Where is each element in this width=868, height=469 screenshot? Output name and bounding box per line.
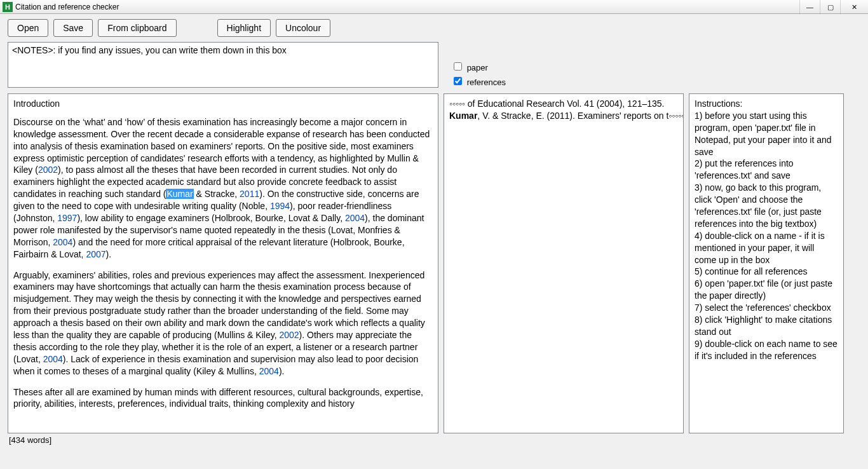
save-button[interactable]: Save — [53, 19, 93, 37]
paper-checkbox-text: paper — [467, 63, 488, 72]
window-controls: — ▢ ✕ — [799, 0, 868, 14]
citation-year: 2004 — [259, 366, 279, 376]
open-button[interactable]: Open — [8, 19, 48, 37]
instruction-item: 9) double-click on each name to see if i… — [695, 338, 838, 362]
instruction-item: 6) open 'paper.txt' file (or just paste … — [695, 278, 838, 302]
window-title: Citation and reference checker — [15, 3, 119, 11]
titlebar: H Citation and reference checker — ▢ ✕ — [0, 0, 868, 14]
instruction-item: 1) before you start using this program, … — [695, 110, 838, 158]
citation-year: 2004 — [43, 354, 63, 364]
toolbar: Open Save From clipboard Highlight Uncol… — [0, 14, 868, 42]
citation-year: 1994 — [270, 201, 290, 211]
minimize-button[interactable]: — — [799, 0, 820, 14]
maximize-button[interactable]: ▢ — [820, 0, 840, 14]
references-checkbox[interactable] — [454, 77, 462, 85]
word-count: [434 words] — [9, 435, 51, 445]
paper-paragraph-1: Discourse on the ‘what’ and ‘how’ of the… — [13, 116, 433, 261]
citation-year: 2004 — [345, 213, 365, 223]
instruction-item: 8) click 'Highlight' to make citations s… — [695, 314, 838, 338]
instruction-item: 3) now, go back to this program, click '… — [695, 182, 838, 230]
paper-checkbox-label[interactable]: paper — [451, 60, 506, 72]
statusbar: [434 words] — [0, 433, 868, 446]
from-clipboard-button[interactable]: From clipboard — [98, 19, 176, 37]
paper-heading: Introduction — [13, 98, 433, 110]
citation-year: 2004 — [53, 237, 72, 247]
references-checkbox-text: references — [467, 78, 506, 87]
reference-line: ◦◦◦◦◦ of Educational Research Vol. 41 (2… — [449, 98, 678, 110]
citation-year: 1997 — [57, 213, 77, 223]
instruction-item: 7) select the 'references' checkbox — [695, 302, 838, 314]
checkbox-group: paper references — [451, 60, 506, 90]
citation-year: 2007 — [86, 249, 105, 259]
reference-line: Kumar, V. & Stracke, E. (2011). Examiner… — [449, 110, 678, 122]
close-button[interactable]: ✕ — [840, 0, 868, 14]
app-icon: H — [3, 2, 13, 12]
references-panel[interactable]: ◦◦◦◦◦ of Educational Research Vol. 41 (2… — [444, 93, 684, 433]
highlight-button[interactable]: Highlight — [217, 19, 271, 37]
instruction-item: 2) put the references into 'references.t… — [695, 158, 838, 182]
instruction-item: 4) double-click on a name - if it is men… — [695, 230, 838, 266]
paper-checkbox[interactable] — [454, 62, 462, 71]
citation-year: 2002 — [279, 330, 299, 340]
citation-author-highlighted: Kumar — [166, 189, 193, 199]
paper-paragraph-3: Theses after all are examined by human m… — [13, 386, 433, 411]
paper-paragraph-2: Arguably, examiners' abilities, roles an… — [13, 269, 433, 377]
citation-year: 2002 — [38, 165, 58, 175]
notes-textarea[interactable] — [8, 42, 438, 88]
citation-year: 2011 — [240, 189, 259, 199]
uncolour-button[interactable]: Uncolour — [276, 19, 330, 37]
instructions-panel[interactable]: Instructions: 1) before you start using … — [689, 93, 844, 433]
references-checkbox-label[interactable]: references — [451, 75, 506, 87]
instruction-item: 5) continue for all references — [695, 266, 838, 278]
instructions-title: Instructions: — [695, 98, 838, 110]
paper-panel[interactable]: Introduction Discourse on the ‘what’ and… — [8, 93, 438, 433]
